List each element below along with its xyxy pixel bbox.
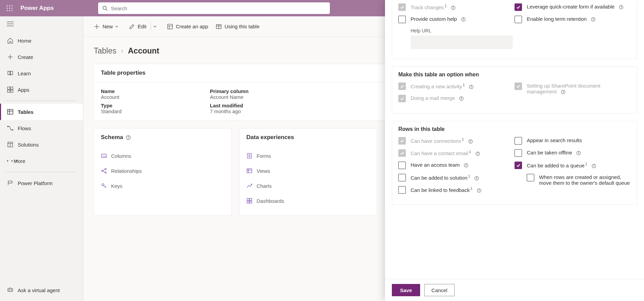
- info-icon[interactable]: [474, 176, 479, 181]
- schema-relationships[interactable]: Relationships: [101, 163, 225, 178]
- solutions-icon: [7, 141, 14, 148]
- info-icon[interactable]: [126, 135, 131, 140]
- cmd-new-label: New: [103, 24, 113, 29]
- cmd-create-app[interactable]: Create an app: [167, 24, 208, 30]
- label-track-changes: Track changes: [411, 4, 444, 10]
- checkbox-connections: [398, 137, 406, 145]
- data-forms-label: Forms: [257, 153, 271, 159]
- checkbox-added-queue[interactable]: [515, 162, 522, 169]
- row-added-solution: Can be added to solution1: [398, 174, 515, 181]
- cmd-edit-split[interactable]: [153, 25, 159, 28]
- info-icon[interactable]: [477, 188, 481, 193]
- cmd-using-table-label: Using this table: [225, 24, 260, 29]
- svg-point-24: [12, 130, 13, 130]
- nav-power-platform[interactable]: Power Platform: [0, 175, 83, 191]
- schema-columns[interactable]: Abc Columns: [101, 148, 225, 163]
- waffle-icon[interactable]: [3, 5, 16, 11]
- data-dashboards-label: Dashboards: [257, 198, 284, 204]
- cmd-new[interactable]: New: [94, 24, 121, 30]
- checkbox-contact-email: [398, 149, 406, 157]
- svg-point-99: [479, 189, 479, 190]
- checkbox-long-term-retention[interactable]: [515, 16, 522, 23]
- info-icon[interactable]: [469, 85, 474, 89]
- book-icon: [7, 70, 14, 77]
- data-forms[interactable]: Forms: [246, 148, 370, 163]
- nav-more-label: More: [14, 158, 25, 164]
- data-charts[interactable]: Charts: [246, 178, 370, 193]
- search-icon: [102, 5, 108, 11]
- checkbox-default-queue[interactable]: [527, 174, 534, 181]
- row-connections: Can have connections1: [398, 137, 515, 145]
- info-icon[interactable]: [461, 17, 466, 22]
- svg-rect-62: [247, 201, 249, 203]
- row-new-activity: Creating a new activity1: [398, 82, 515, 90]
- label-appear-search: Appear in search results: [527, 137, 582, 143]
- label-added-solution: Can be added to solution: [411, 175, 467, 181]
- data-views-label: Views: [257, 168, 270, 174]
- cmd-edit[interactable]: Edit: [129, 24, 147, 30]
- checkbox-quick-create[interactable]: [515, 3, 522, 11]
- info-icon[interactable]: [619, 5, 624, 10]
- nav-create[interactable]: Create: [0, 49, 83, 65]
- nav-solutions[interactable]: Solutions: [0, 136, 83, 153]
- checkbox-added-solution[interactable]: [398, 174, 406, 181]
- power-platform-icon: [7, 180, 14, 186]
- svg-point-93: [466, 164, 466, 164]
- checkbox-appear-search[interactable]: [515, 137, 522, 145]
- svg-point-69: [463, 18, 463, 18]
- checkbox-track-changes: [398, 3, 406, 11]
- label-mail-merge: Doing a mail merge: [411, 95, 455, 101]
- nav-more[interactable]: • • • More: [0, 153, 83, 169]
- cmd-create-app-label: Create an app: [176, 24, 208, 29]
- nav-ask-agent[interactable]: Ask a virtual agent: [0, 282, 83, 298]
- info-icon[interactable]: [464, 163, 469, 168]
- nav-learn[interactable]: Learn: [0, 65, 83, 81]
- prop-type-value: Standard: [101, 108, 203, 114]
- svg-point-23: [7, 126, 8, 127]
- label-custom-help: Provide custom help: [411, 16, 457, 22]
- data-views[interactable]: Views: [246, 163, 370, 178]
- svg-point-90: [477, 152, 478, 153]
- nav-tables[interactable]: Tables: [0, 104, 83, 120]
- info-icon[interactable]: [475, 151, 480, 156]
- data-experiences-card: Data experiences Forms Views Charts: [239, 128, 377, 215]
- group-rows: Rows in this table Can have connections1: [392, 121, 637, 205]
- save-button[interactable]: Save: [392, 284, 420, 296]
- cancel-button[interactable]: Cancel: [424, 284, 455, 296]
- nav-home[interactable]: Home: [0, 32, 83, 49]
- row-contact-email: Can have a contact email1: [398, 149, 515, 157]
- checkbox-taken-offline[interactable]: [515, 149, 522, 157]
- info-icon[interactable]: [468, 139, 473, 144]
- chevron-down-icon: [115, 25, 119, 28]
- info-icon[interactable]: [451, 5, 456, 10]
- schema-keys[interactable]: Keys: [101, 178, 225, 193]
- home-icon: [7, 37, 14, 44]
- search-box[interactable]: [98, 2, 330, 14]
- data-dashboards[interactable]: Dashboards: [246, 193, 370, 208]
- cmd-using-table[interactable]: Using this table: [216, 24, 260, 30]
- search-input[interactable]: [111, 5, 326, 11]
- checkbox-linked-feedback[interactable]: [398, 186, 406, 194]
- svg-line-51: [104, 185, 106, 188]
- svg-text:Abc: Abc: [103, 155, 106, 157]
- row-added-queue: Can be added to a queue1: [515, 162, 631, 169]
- info-icon[interactable]: [591, 17, 596, 22]
- breadcrumb-root[interactable]: Tables: [94, 46, 116, 56]
- info-icon[interactable]: [561, 90, 566, 94]
- chevron-down-icon: [153, 25, 157, 28]
- brand-label[interactable]: Power Apps: [20, 5, 54, 12]
- data-title: Data experiences: [246, 134, 294, 141]
- info-icon[interactable]: [592, 164, 596, 168]
- svg-point-8: [11, 10, 12, 11]
- nav-apps-label: Apps: [18, 87, 29, 93]
- nav-flows[interactable]: Flows: [0, 120, 83, 136]
- label-long-term-retention: Enable long term retention: [527, 16, 587, 22]
- info-icon[interactable]: [576, 151, 581, 155]
- nav-collapse-toggle[interactable]: [0, 16, 83, 32]
- info-icon[interactable]: [459, 96, 464, 101]
- checkbox-access-team[interactable]: [398, 162, 406, 169]
- schema-card: Schema Abc Columns Relationships Keys: [94, 128, 232, 215]
- breadcrumb-current: Account: [128, 46, 159, 56]
- checkbox-custom-help[interactable]: [398, 16, 406, 23]
- nav-apps[interactable]: Apps: [0, 81, 83, 98]
